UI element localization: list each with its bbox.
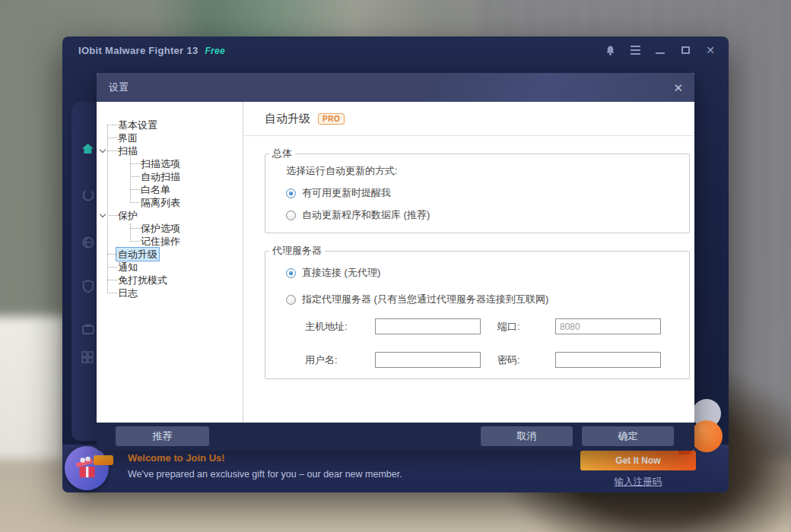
proxy-group: 代理服务器 直接连接 (无代理) 指定代理服务器 (只有当您通过代理服务器连接到… [265, 244, 690, 379]
action-center-icon[interactable] [81, 351, 97, 365]
window-title: IObit Malware Fighter 13Free [78, 45, 225, 56]
gift-tag-icon [94, 455, 113, 465]
settings-dialog: 设置 ✕ 基本设置 界面 扫描 扫描选项 自动扫描 白名单 隔离列表 保护 保护… [97, 73, 694, 451]
port-label: 端口: [497, 320, 555, 334]
port-input[interactable] [555, 318, 661, 334]
browser-protection-icon[interactable] [81, 236, 97, 249]
window-controls: ✕ [604, 44, 716, 56]
page-title: 自动升级 [265, 112, 310, 126]
radio-direct-connection[interactable]: 直接连接 (无代理) [286, 266, 689, 280]
proxy-auth-row: 用户名: 密码: [305, 352, 689, 368]
settings-tree: 基本设置 界面 扫描 扫描选项 自动扫描 白名单 隔离列表 保护 保护选项 记住… [97, 102, 243, 423]
scan-icon[interactable] [81, 188, 97, 202]
edition-badge: Free [205, 46, 225, 56]
proxy-group-legend: 代理服务器 [269, 244, 325, 258]
dialog-close-icon[interactable]: ✕ [673, 82, 683, 93]
settings-content: 自动升级 PRO 总体 选择运行自动更新的方式: 有可用更新时提醒我 自动更新程… [243, 102, 694, 423]
content-header: 自动升级 PRO [243, 102, 694, 126]
chevron-down-icon[interactable] [100, 147, 106, 153]
tree-item-scan[interactable]: 扫描 [97, 144, 243, 157]
username-label: 用户名: [305, 353, 375, 367]
radio-custom-proxy[interactable]: 指定代理服务器 (只有当您通过代理服务器连接到互联网) [286, 293, 689, 306]
radio-notify-updates[interactable]: 有可用更新时提醒我 [286, 186, 689, 200]
tree-item-protection-options[interactable]: 保护选项 [97, 222, 243, 235]
radio-selected-icon [286, 188, 296, 198]
tree-item-remember-actions[interactable]: 记住操作 [97, 235, 243, 248]
tree-item-scan-options[interactable]: 扫描选项 [97, 157, 243, 170]
password-input[interactable] [555, 352, 661, 368]
chevron-down-icon[interactable] [100, 211, 106, 217]
ok-button[interactable]: 确定 [582, 426, 674, 446]
radio-auto-update-db[interactable]: 自动更新程序和数据库 (推荐) [286, 208, 689, 222]
pro-badge: PRO [318, 113, 345, 125]
tree-item-protection[interactable]: 保护 [97, 209, 243, 222]
close-icon[interactable]: ✕ [704, 44, 716, 56]
minimize-icon[interactable] [654, 44, 666, 56]
tree-item-interface[interactable]: 界面 [97, 131, 243, 144]
tree-item-basic-settings[interactable]: 基本设置 [97, 119, 243, 131]
home-icon[interactable] [81, 143, 97, 157]
app-name: IObit Malware Fighter 13 [78, 45, 198, 56]
radio-unselected-icon [286, 295, 296, 305]
floating-gift-icon[interactable] [691, 420, 723, 452]
header-divider [243, 135, 694, 136]
host-address-input[interactable] [375, 318, 481, 334]
tree-item-notification[interactable]: 通知 [97, 261, 243, 274]
notifications-bell-icon[interactable] [604, 44, 616, 56]
tree-item-dnd-mode[interactable]: 免打扰模式 [97, 274, 243, 287]
host-label: 主机地址: [305, 320, 375, 334]
update-mode-caption: 选择运行自动更新的方式: [286, 164, 689, 178]
general-group: 总体 选择运行自动更新的方式: 有可用更新时提醒我 自动更新程序和数据库 (推荐… [265, 147, 690, 233]
dialog-title: 设置 [109, 81, 673, 94]
dialog-body: 基本设置 界面 扫描 扫描选项 自动扫描 白名单 隔离列表 保护 保护选项 记住… [97, 102, 694, 423]
tree-item-quarantine-list[interactable]: 隔离列表 [97, 196, 243, 209]
cancel-button[interactable]: 取消 [481, 426, 573, 446]
banner-subtitle: We've prepared an exclusive gift for you… [128, 469, 402, 480]
promo-banner: Welcome to Join Us! We've prepared an ex… [62, 445, 729, 492]
tree-item-whitelist[interactable]: 白名单 [97, 183, 243, 196]
proxy-host-row: 主机地址: 端口: [305, 318, 689, 334]
banner-title: Welcome to Join Us! [128, 452, 225, 464]
security-guard-icon[interactable] [81, 280, 97, 293]
dialog-footer: 推荐 取消 确定 [97, 423, 694, 451]
get-it-now-button[interactable]: Get It Now [580, 451, 696, 470]
radio-selected-icon [286, 268, 296, 278]
enter-license-link[interactable]: 输入注册码 [580, 476, 696, 489]
dialog-header: 设置 ✕ [97, 73, 694, 102]
menu-icon[interactable] [629, 44, 641, 56]
tree-item-logs[interactable]: 日志 [97, 287, 243, 299]
general-group-legend: 总体 [269, 147, 295, 160]
maximize-icon[interactable] [679, 44, 691, 56]
tree-item-auto-update[interactable]: 自动升级 [97, 248, 243, 261]
tree-item-auto-scan[interactable]: 自动扫描 [97, 170, 243, 183]
radio-unselected-icon [286, 211, 296, 220]
username-input[interactable] [375, 352, 481, 368]
toolbox-icon[interactable] [81, 323, 97, 337]
gift-icon [65, 446, 109, 490]
recommend-button[interactable]: 推荐 [116, 426, 209, 446]
password-label: 密码: [497, 353, 555, 367]
